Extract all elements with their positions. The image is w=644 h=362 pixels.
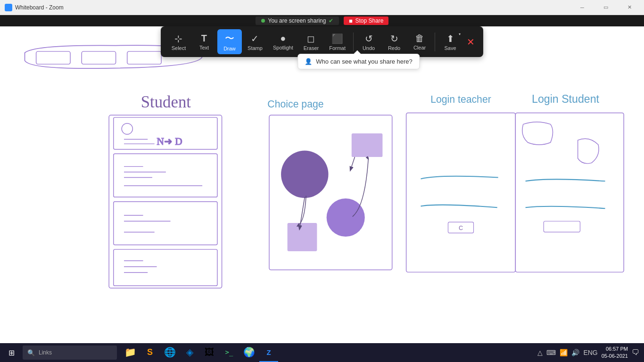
title-bar: Whiteboard - Zoom ─ ▭ ✕ bbox=[0, 0, 644, 15]
close-toolbar-button[interactable]: ✕ bbox=[463, 33, 478, 50]
svg-rect-14 bbox=[114, 202, 217, 245]
svg-point-25 bbox=[327, 198, 365, 237]
redo-tool[interactable]: ↻ Redo bbox=[382, 30, 406, 54]
svg-rect-39 bbox=[544, 221, 580, 232]
shield-icon: ✔ bbox=[329, 17, 333, 24]
spotlight-label: Spotlight bbox=[273, 45, 293, 50]
taskbar-sublime[interactable]: S bbox=[140, 343, 159, 362]
choice-page-section: Choice page bbox=[267, 99, 392, 270]
stamp-icon: ✓ bbox=[251, 33, 259, 44]
taskbar-zoom[interactable]: Z bbox=[259, 343, 278, 362]
svg-point-5 bbox=[122, 123, 132, 134]
undo-icon: ↺ bbox=[365, 33, 373, 44]
svg-text:Login  teacher: Login teacher bbox=[430, 94, 491, 105]
save-icon: ⬆ bbox=[446, 33, 454, 44]
select-icon: ⊹ bbox=[174, 33, 182, 44]
format-tool[interactable]: ⬛ Format bbox=[324, 30, 350, 54]
system-clock: 06:57 PM 05-06-2021 bbox=[602, 346, 628, 360]
select-tool[interactable]: ⊹ Select bbox=[166, 30, 191, 54]
stop-share-button[interactable]: Stop Share bbox=[344, 16, 388, 25]
window-title: Whiteboard - Zoom bbox=[5, 4, 64, 11]
zoom-logo-icon bbox=[5, 4, 12, 11]
taskbar-vscode[interactable]: ◈ bbox=[180, 343, 199, 362]
spotlight-icon: ● bbox=[280, 33, 286, 44]
undo-tool[interactable]: ↺ Undo bbox=[356, 30, 381, 54]
taskbar-terminal[interactable]: >_ bbox=[220, 343, 239, 362]
tooltip-text: Who can see what you share here? bbox=[316, 58, 413, 65]
close-toolbar-icon: ✕ bbox=[467, 36, 475, 48]
volume-icon[interactable]: 🔊 bbox=[571, 349, 579, 356]
text-label: Text bbox=[199, 45, 209, 50]
keyboard-icon[interactable]: ⌨ bbox=[546, 349, 556, 356]
taskbar-photos[interactable]: 🖼 bbox=[200, 343, 219, 362]
save-dropdown-icon: ▾ bbox=[459, 32, 461, 36]
file-explorer-icon: 📁 bbox=[124, 346, 136, 358]
format-icon: ⬛ bbox=[331, 33, 343, 44]
login-student-section: Login Student bbox=[515, 93, 624, 272]
taskbar-search-area[interactable]: 🔍 Links bbox=[23, 346, 117, 360]
sublime-icon: S bbox=[147, 347, 153, 357]
text-tool[interactable]: T Text bbox=[192, 30, 216, 53]
maximize-button[interactable]: ▭ bbox=[595, 0, 617, 15]
vscode-icon: ◈ bbox=[186, 346, 193, 358]
svg-rect-1 bbox=[82, 51, 116, 64]
wifi-icon[interactable]: 📶 bbox=[560, 349, 568, 356]
save-label: Save bbox=[444, 45, 456, 51]
share-message: You are screen sharing bbox=[268, 17, 326, 24]
spotlight-tool[interactable]: ● Spotlight bbox=[268, 30, 298, 53]
svg-rect-27 bbox=[288, 223, 317, 251]
toolbar-divider-2 bbox=[435, 33, 435, 51]
windows-logo-icon: ⊞ bbox=[8, 348, 15, 357]
save-tool[interactable]: ⬆ Save ▾ bbox=[438, 30, 462, 54]
chrome-icon: 🌐 bbox=[164, 346, 176, 358]
toolbar-divider bbox=[353, 33, 354, 51]
undo-label: Undo bbox=[363, 45, 375, 51]
svg-text:C: C bbox=[459, 225, 463, 231]
eraser-tool[interactable]: ◻ Eraser bbox=[299, 30, 323, 54]
terminal-icon: >_ bbox=[225, 348, 233, 356]
svg-text:Choice page: Choice page bbox=[267, 99, 323, 110]
taskbar-chrome[interactable]: 🌐 bbox=[160, 343, 179, 362]
browser2-icon: 🌍 bbox=[243, 346, 255, 358]
redo-label: Redo bbox=[388, 45, 400, 51]
taskbar-apps: 📁 S 🌐 ◈ 🖼 >_ 🌍 Z bbox=[121, 343, 278, 362]
svg-rect-26 bbox=[352, 133, 383, 157]
eraser-label: Eraser bbox=[304, 45, 319, 51]
notification-icon[interactable]: 🗨 bbox=[632, 348, 639, 357]
taskbar-file-explorer[interactable]: 📁 bbox=[121, 343, 140, 362]
system-tray-icon[interactable]: △ bbox=[537, 349, 543, 356]
svg-rect-0 bbox=[36, 51, 70, 64]
screenshare-bar: You are screen sharing ✔ Stop Share bbox=[0, 15, 644, 26]
select-label: Select bbox=[172, 45, 186, 51]
share-tooltip: 👤 Who can see what you share here? bbox=[297, 54, 420, 69]
svg-text:N➜ D: N➜ D bbox=[157, 136, 182, 147]
start-button[interactable]: ⊞ bbox=[0, 343, 23, 362]
search-placeholder: Links bbox=[39, 349, 52, 356]
minimize-button[interactable]: ─ bbox=[571, 0, 593, 15]
clock-time: 06:57 PM bbox=[602, 346, 628, 353]
clear-tool[interactable]: 🗑 Clear bbox=[407, 30, 432, 53]
svg-rect-9 bbox=[114, 154, 217, 197]
stamp-tool[interactable]: ✓ Stamp bbox=[243, 30, 267, 54]
share-dot-icon bbox=[261, 19, 265, 23]
close-button[interactable]: ✕ bbox=[619, 0, 640, 15]
toolbar: ⊹ Select T Text 〜 Draw ✓ Stamp ● Spotlig… bbox=[161, 26, 483, 57]
whiteboard-canvas[interactable]: Student N➜ D bbox=[0, 26, 644, 343]
student-wireframe: N➜ D bbox=[109, 115, 222, 288]
stamp-label: Stamp bbox=[248, 45, 263, 51]
clock-date: 05-06-2021 bbox=[602, 353, 628, 360]
eraser-icon: ◻ bbox=[307, 33, 315, 44]
student-label: Student bbox=[141, 93, 191, 111]
text-icon: T bbox=[201, 33, 207, 44]
clear-icon: 🗑 bbox=[415, 33, 424, 44]
svg-rect-2 bbox=[127, 51, 161, 64]
svg-point-24 bbox=[281, 151, 328, 198]
draw-label: Draw bbox=[223, 46, 236, 51]
zoom-taskbar-icon: Z bbox=[266, 348, 271, 356]
window-controls: ─ ▭ ✕ bbox=[571, 0, 640, 15]
taskbar-browser2[interactable]: 🌍 bbox=[239, 343, 258, 362]
lang-indicator[interactable]: ENG bbox=[583, 349, 597, 356]
share-indicator: You are screen sharing ✔ bbox=[256, 16, 339, 25]
draw-tool[interactable]: 〜 Draw bbox=[217, 29, 242, 54]
person-icon: 👤 bbox=[305, 58, 312, 65]
